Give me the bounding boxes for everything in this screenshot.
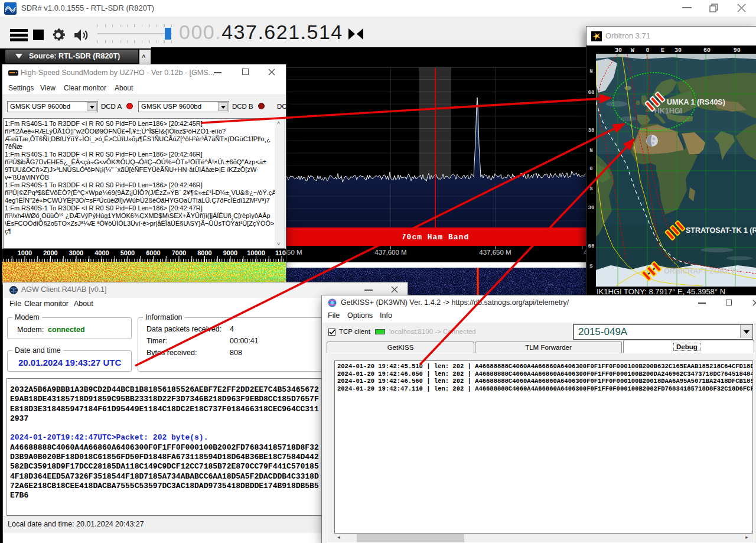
svg-text:437,600 M: 437,600 M	[374, 249, 406, 256]
svg-text:UMKA 1 (RS40S): UMKA 1 (RS40S)	[667, 98, 725, 106]
svg-text:8000: 8000	[197, 249, 211, 256]
svg-text:60: 60	[588, 90, 595, 96]
svg-text:ORBICRAFT-ZORKY: ORBICRAFT-ZORKY	[664, 267, 735, 275]
svg-text:S: S	[589, 264, 593, 269]
svg-text:30: 30	[588, 128, 595, 134]
svg-text:30: 30	[588, 205, 595, 211]
svg-text:E: E	[661, 47, 664, 54]
svg-text:N: N	[589, 148, 592, 154]
svg-text:30: 30	[615, 47, 622, 54]
svg-text:1100: 1100	[275, 249, 286, 256]
svg-text:60: 60	[588, 243, 595, 249]
svg-text:+IK1HGI: +IK1HGI	[653, 107, 682, 115]
svg-text:4000: 4000	[94, 249, 109, 256]
svg-text:W: W	[631, 47, 634, 54]
svg-text:IK1HGI TONY: 8.7917° E, 45.395: IK1HGI TONY: 8.7917° E, 45.3958° N	[597, 287, 725, 295]
svg-text:90: 90	[734, 47, 741, 54]
svg-text:7000: 7000	[172, 249, 186, 256]
svg-text:N: N	[589, 69, 592, 74]
svg-text:1000: 1000	[18, 249, 32, 256]
svg-text:9000: 9000	[223, 249, 237, 256]
svg-text:STRATOSAT-TK 1 (RS5: STRATOSAT-TK 1 (RS5	[686, 226, 756, 235]
svg-text:0: 0	[589, 166, 592, 172]
svg-text:30: 30	[674, 47, 682, 54]
svg-text:3000: 3000	[69, 249, 83, 256]
svg-text:60: 60	[703, 47, 711, 54]
svg-text:S: S	[589, 186, 593, 192]
svg-text:2000: 2000	[43, 249, 57, 256]
svg-text:0: 0	[646, 47, 649, 54]
svg-text:10000: 10000	[247, 249, 265, 256]
svg-text:437,650 M: 437,650 M	[479, 249, 511, 256]
svg-text:6000: 6000	[146, 249, 160, 256]
svg-text:70cm Ham Band: 70cm Ham Band	[402, 233, 469, 242]
svg-text:5000: 5000	[120, 249, 135, 256]
